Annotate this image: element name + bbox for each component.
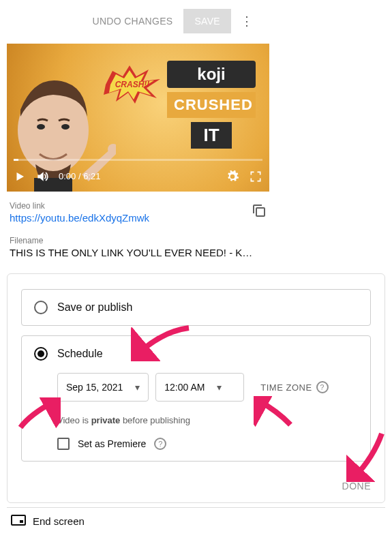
filename-label: Filename (10, 236, 284, 245)
more-options-icon[interactable]: ⋮ (231, 7, 262, 35)
save-or-publish-option[interactable]: Save or publish (21, 289, 371, 326)
volume-icon[interactable] (35, 170, 49, 183)
private-note: Video is private before publishing (57, 415, 358, 425)
time-dropdown[interactable]: 12:00 AM ▾ (155, 373, 244, 402)
timezone-label: TIME ZONE (260, 382, 312, 393)
video-link[interactable]: https://youtu.be/edkXdyqZmwk (10, 212, 149, 224)
video-preview: CRASH!! koji CRUSHED IT 0:00 / 6:21 (7, 44, 269, 258)
schedule-radio-row[interactable]: Schedule (34, 347, 358, 361)
toolbar: UNDO CHANGES SAVE ⋮ (7, 7, 385, 35)
end-screen-icon (11, 515, 26, 527)
end-screen-row[interactable]: End screen (7, 507, 385, 534)
schedule-label: Schedule (57, 348, 103, 360)
timezone-button[interactable]: TIME ZONE ? (260, 381, 328, 393)
checkbox-unchecked-icon (57, 438, 70, 450)
date-dropdown[interactable]: Sep 15, 2021 ▾ (57, 373, 149, 402)
video-controls: 0:00 / 6:21 (7, 161, 269, 192)
svg-rect-8 (256, 208, 265, 216)
thumbnail-text-box: koji CRUSHED IT (167, 61, 256, 149)
help-icon[interactable]: ? (154, 438, 166, 450)
schedule-option: Schedule Sep 15, 2021 ▾ 12:00 AM ▾ TIME … (21, 335, 371, 462)
time-value: 12:00 AM (164, 382, 205, 393)
set-as-premiere-row[interactable]: Set as Premiere ? (57, 438, 358, 450)
filename-text: THIS IS THE ONLY LINK YOU'LL EVER NEED! … (10, 247, 284, 258)
publish-panel: Save or publish Schedule Sep 15, 2021 ▾ … (7, 273, 385, 503)
help-icon: ? (316, 381, 329, 393)
video-thumbnail[interactable]: CRASH!! koji CRUSHED IT 0:00 / 6:21 (7, 44, 269, 192)
annotation-arrow (16, 397, 61, 432)
radio-selected-icon (34, 347, 48, 361)
settings-gear-icon[interactable] (226, 170, 239, 183)
date-value: Sep 15, 2021 (66, 382, 123, 393)
video-meta: Video link https://youtu.be/edkXdyqZmwk … (7, 192, 286, 258)
copy-icon[interactable] (251, 202, 267, 221)
end-screen-label: End screen (33, 515, 85, 527)
svg-rect-10 (20, 520, 23, 523)
premiere-label: Set as Premiere (78, 438, 146, 449)
save-or-publish-label: Save or publish (57, 301, 132, 314)
video-link-label: Video link (10, 201, 284, 211)
done-button[interactable]: DONE (342, 481, 371, 492)
undo-changes-button[interactable]: UNDO CHANGES (82, 9, 184, 33)
save-button[interactable]: SAVE (183, 9, 231, 33)
fullscreen-icon[interactable] (249, 170, 262, 183)
svg-point-1 (37, 124, 45, 130)
chevron-down-icon: ▾ (217, 382, 222, 393)
radio-unselected-icon (34, 301, 48, 314)
crash-graphic: CRASH!! (102, 64, 164, 105)
chevron-down-icon: ▾ (135, 382, 140, 393)
svg-point-2 (61, 124, 70, 130)
video-time: 0:00 / 6:21 (59, 171, 100, 181)
svg-text:CRASH!!: CRASH!! (115, 80, 150, 89)
play-icon[interactable] (14, 170, 26, 183)
